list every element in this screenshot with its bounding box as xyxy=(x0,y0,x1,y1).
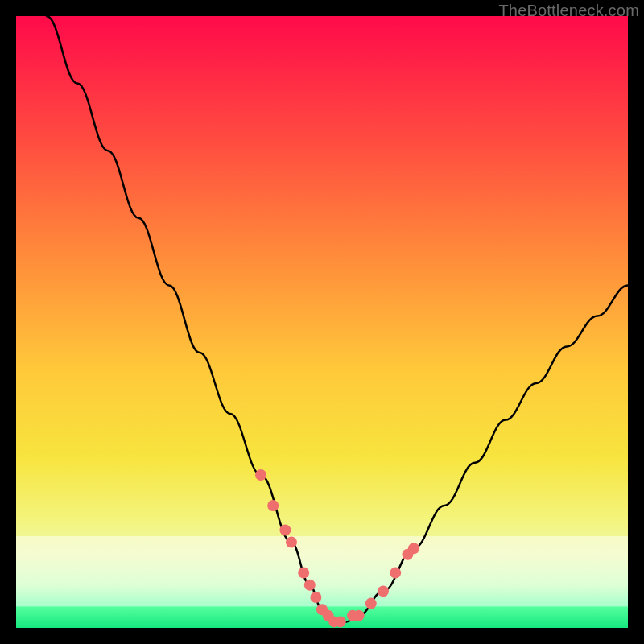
bottleneck-chart xyxy=(16,16,628,628)
marker-dot xyxy=(390,568,401,579)
svg-rect-1 xyxy=(16,536,628,606)
marker-dot xyxy=(298,568,309,579)
marker-dot xyxy=(255,469,266,481)
marker-dot xyxy=(408,543,419,554)
marker-dot xyxy=(286,537,297,548)
marker-dot xyxy=(304,580,316,591)
marker-dot xyxy=(267,500,279,511)
chart-frame xyxy=(16,16,628,628)
marker-dot xyxy=(353,610,365,621)
marker-dot xyxy=(365,598,377,609)
marker-dot xyxy=(335,616,346,627)
marker-dot xyxy=(378,585,389,597)
marker-dot xyxy=(310,592,321,603)
optimal-band xyxy=(16,536,628,606)
marker-dot xyxy=(279,524,291,535)
